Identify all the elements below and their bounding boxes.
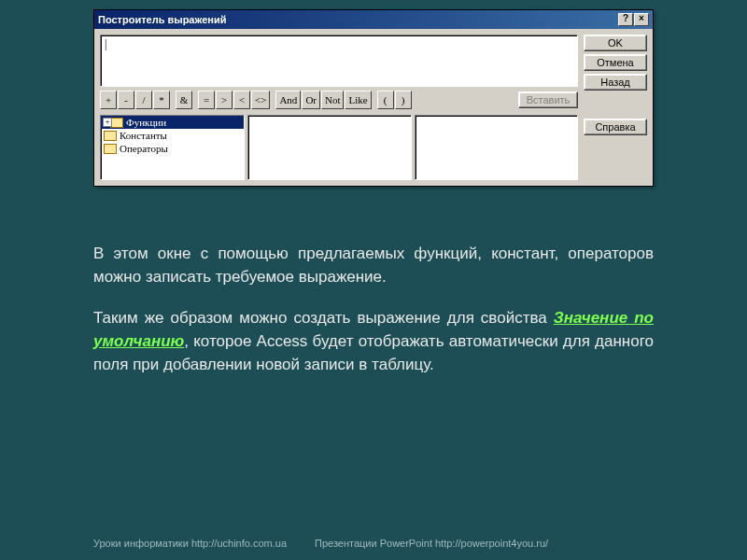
op-rparen-button[interactable]: )	[395, 91, 412, 109]
close-icon[interactable]: ×	[634, 13, 649, 26]
category-panels: Функции Константы Операторы	[100, 115, 578, 180]
op-and-button[interactable]: And	[275, 91, 301, 109]
items-panel[interactable]	[415, 115, 579, 180]
op-lt-button[interactable]: <	[233, 91, 250, 109]
back-button[interactable]: Назад	[584, 74, 647, 91]
category-tree-panel[interactable]: Функции Константы Операторы	[100, 115, 245, 180]
tree-item-functions[interactable]: Функции	[101, 116, 244, 129]
folder-plus-icon	[110, 118, 123, 128]
dialog-right-column: OK Отмена Назад Справка	[584, 35, 647, 180]
dialog-body: | + - / * & = > < <> And Or Not Like (	[94, 29, 653, 186]
op-div-button[interactable]: /	[135, 91, 152, 109]
help-icon[interactable]: ?	[618, 13, 633, 26]
footer-left: Уроки информатики http://uchinfo.com.ua	[93, 538, 287, 549]
footer-right: Презентации PowerPoint http://powerpoint…	[315, 538, 548, 549]
tree-item-label: Константы	[120, 130, 167, 141]
op-amp-button[interactable]: &	[176, 91, 192, 109]
subcategory-panel[interactable]	[247, 115, 412, 180]
op-minus-button[interactable]: -	[118, 91, 134, 109]
titlebar-buttons: ? ×	[618, 13, 649, 26]
tree-item-constants[interactable]: Константы	[101, 129, 244, 142]
tree-item-label: Операторы	[120, 143, 168, 154]
op-ne-button[interactable]: <>	[251, 91, 270, 109]
dialog-left-column: | + - / * & = > < <> And Or Not Like (	[100, 35, 578, 180]
op-mul-button[interactable]: *	[153, 91, 170, 109]
folder-icon	[104, 131, 117, 141]
slide-footer: Уроки информатики http://uchinfo.com.ua …	[93, 538, 654, 549]
help-button[interactable]: Справка	[584, 119, 647, 135]
description-paragraph-2: Таким же образом можно создать выражение…	[93, 307, 654, 376]
op-gt-button[interactable]: >	[216, 91, 233, 109]
op-like-button[interactable]: Like	[345, 91, 371, 109]
op-or-button[interactable]: Or	[302, 91, 320, 109]
dialog-titlebar[interactable]: Построитель выражений ? ×	[94, 10, 653, 29]
tree-item-label: Функции	[126, 117, 166, 128]
tree-item-operators[interactable]: Операторы	[101, 142, 244, 155]
description-paragraph-1: В этом окне с помощью предлагаемых функц…	[93, 243, 654, 288]
cancel-button[interactable]: Отмена	[584, 54, 647, 71]
expression-builder-dialog: Построитель выражений ? × | + - / * & = …	[93, 9, 654, 187]
op-plus-button[interactable]: +	[100, 91, 117, 109]
op-not-button[interactable]: Not	[321, 91, 345, 109]
slide-description: В этом окне с помощью предлагаемых функц…	[93, 243, 654, 395]
insert-button[interactable]: Вставить	[518, 91, 578, 108]
folder-icon	[104, 144, 117, 154]
op-eq-button[interactable]: =	[198, 91, 215, 109]
dialog-title: Построитель выражений	[98, 14, 226, 25]
op-lparen-button[interactable]: (	[377, 91, 394, 109]
expression-input[interactable]: |	[100, 35, 578, 87]
ok-button[interactable]: OK	[584, 35, 647, 51]
operator-toolbar: + - / * & = > < <> And Or Not Like ( )	[100, 91, 578, 109]
